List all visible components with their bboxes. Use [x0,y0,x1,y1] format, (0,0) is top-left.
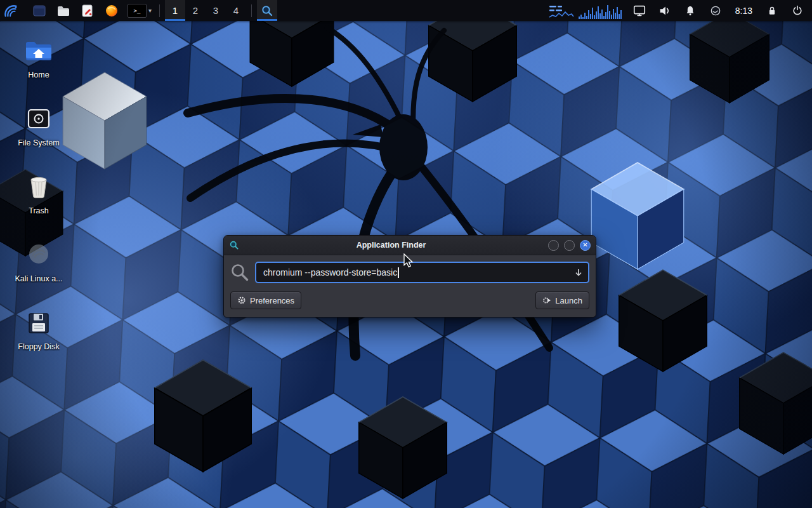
desktop-icon-label: Home [28,70,49,79]
chevron-down-icon[interactable]: ▾ [148,7,152,14]
display-icon[interactable] [630,0,649,21]
system-tray: 8:13 [630,0,807,21]
file-manager-icon[interactable] [54,0,73,21]
trash-empty-icon [26,173,51,202]
desktop-icon-kali-docs[interactable]: Kali Linux a... [4,241,74,283]
workspace-4[interactable]: 4 [226,0,246,21]
gear-icon [237,296,246,305]
panel-clock[interactable]: 8:13 [731,6,756,16]
desktop-icon-label: Floppy Disk [18,342,59,351]
magnifier-icon [261,4,273,17]
workspace-2[interactable]: 2 [185,0,206,21]
search-icon [230,263,249,282]
desktop-icon-file-system[interactable]: File System [4,105,74,147]
terminal-icon: >_ [128,4,147,18]
file-system-drive-icon [26,105,51,134]
workspace-1[interactable]: 1 [165,0,185,21]
desktop-icon-label: Kali Linux a... [15,274,62,283]
notifications-bell-icon[interactable] [681,0,700,21]
kali-desktop: >_ ▾ 1 2 3 4 [0,0,812,508]
kali-document-icon [26,241,51,270]
text-editor-icon[interactable] [78,0,97,21]
close-button[interactable]: ✕ [580,240,591,251]
lock-screen-icon[interactable] [763,0,782,21]
dropdown-arrow-icon[interactable] [574,268,583,277]
preferences-label: Preferences [250,296,294,305]
desktop-icon-label: Trash [29,206,49,215]
desktop-icon-floppy[interactable]: Floppy Disk [4,309,74,351]
search-query-text: chromium --password-store=basic [263,267,397,277]
search-input[interactable]: chromium --password-store=basic [255,262,589,283]
log-out-icon[interactable] [788,0,807,21]
window-title: Application Finder [239,241,543,250]
firefox-icon[interactable] [102,0,121,21]
minimize-button[interactable] [548,240,559,251]
panel-separator [251,4,252,17]
finder-body: chromium --password-store=basic [224,255,596,317]
task-application-finder[interactable] [257,0,277,21]
cpu-graph[interactable] [578,0,624,21]
home-folder-icon [25,37,53,66]
preferences-button[interactable]: Preferences [230,291,301,309]
top-panel: >_ ▾ 1 2 3 4 [0,0,812,21]
dark-window-icon[interactable] [30,0,49,21]
desktop-icon-trash[interactable]: Trash [4,173,74,215]
titlebar[interactable]: Application Finder ✕ [224,236,596,255]
desktop-icon-label: File System [18,138,59,147]
network-monitor-graph[interactable] [549,0,574,21]
launch-icon [542,296,551,305]
launch-label: Launch [555,296,582,305]
power-manager-icon[interactable] [706,0,725,21]
volume-icon[interactable] [655,0,674,21]
floppy-disk-icon [26,309,51,338]
panel-separator [159,4,160,17]
launch-button[interactable]: Launch [535,291,589,309]
terminal-dropdown[interactable]: >_ ▾ [128,0,152,21]
text-caret [398,267,399,278]
desktop-icon-home[interactable]: Home [4,37,74,79]
workspace-3[interactable]: 3 [206,0,226,21]
application-finder-window: Application Finder ✕ chromium --password… [223,235,596,318]
kali-menu-icon[interactable] [2,0,21,21]
maximize-button[interactable] [564,240,575,251]
app-finder-icon [229,240,239,250]
